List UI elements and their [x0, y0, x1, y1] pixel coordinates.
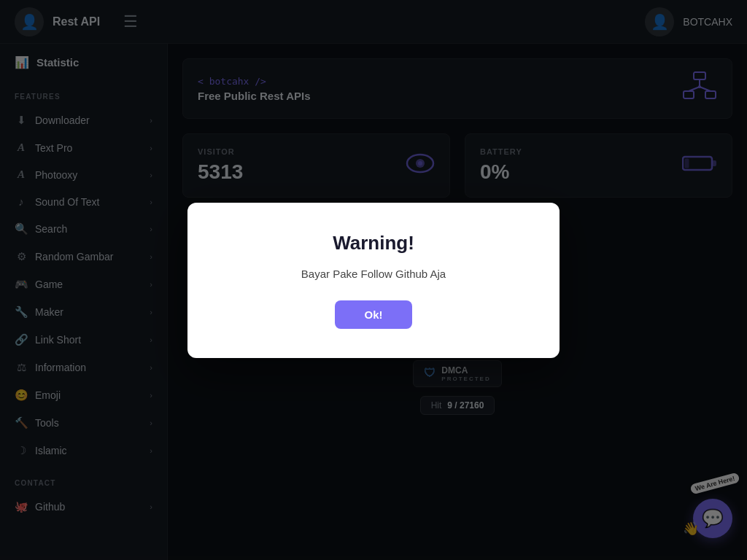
modal-title: Warning!: [224, 232, 523, 254]
modal-message: Bayar Pake Follow Github Aja: [224, 268, 523, 280]
modal-overlay[interactable]: Warning! Bayar Pake Follow Github Aja Ok…: [0, 0, 747, 560]
modal-ok-button[interactable]: Ok!: [335, 300, 411, 329]
warning-modal: Warning! Bayar Pake Follow Github Aja Ok…: [187, 203, 560, 358]
